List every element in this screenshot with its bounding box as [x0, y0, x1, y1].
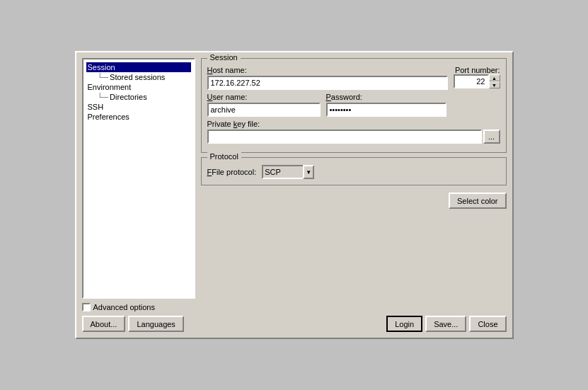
- tree-item-session-label: Session: [88, 63, 115, 71]
- port-spinner: ▲ ▼: [489, 74, 500, 88]
- protocol-row: FFile protocol: SCP SFTP FTP ▼: [207, 165, 500, 179]
- host-label: Host name:: [207, 66, 448, 74]
- bottom-area: Advanced options About... Languages Logi…: [82, 303, 507, 332]
- password-label: Password:: [326, 93, 446, 101]
- protocol-select-wrapper: SCP SFTP FTP ▼: [262, 165, 314, 179]
- login-button[interactable]: Login: [386, 316, 422, 332]
- tree-item-preferences-label: Preferences: [88, 113, 129, 121]
- port-input[interactable]: [454, 74, 489, 88]
- host-label-text: ost name:: [212, 66, 246, 74]
- main-dialog: Session └─Stored sessions Environment └─…: [75, 51, 514, 339]
- tree-connector: └─: [98, 73, 109, 81]
- browse-button[interactable]: ...: [483, 130, 500, 144]
- tree-item-session[interactable]: Session: [86, 62, 191, 72]
- right-panel: Session Host name: Port number:: [201, 58, 507, 299]
- private-key-label: Private key file:: [207, 120, 500, 128]
- tree-item-stored-sessions-label: Stored sessions: [110, 73, 165, 81]
- save-button[interactable]: Save...: [425, 316, 466, 332]
- tree-connector2: └─: [98, 93, 109, 101]
- credentials-row: User name: Password:: [207, 93, 500, 117]
- private-key-label-text2: ey file:: [237, 120, 260, 128]
- host-group: Host name:: [207, 66, 448, 90]
- private-key-row: Private key file: ...: [207, 120, 500, 144]
- password-u: P: [326, 93, 331, 101]
- username-group: User name:: [207, 93, 321, 117]
- tree-item-preferences[interactable]: Preferences: [86, 112, 191, 122]
- tree-panel: Session └─Stored sessions Environment └─…: [82, 58, 195, 299]
- session-legend: Session: [207, 53, 241, 62]
- private-key-label-text: Private: [207, 120, 234, 128]
- username-label: User name:: [207, 93, 321, 101]
- protocol-select[interactable]: SCP SFTP FTP: [262, 165, 304, 179]
- port-label: Port number:: [455, 66, 500, 74]
- protocol-select-arrow[interactable]: ▼: [303, 165, 314, 179]
- tree-item-directories-label: Directories: [110, 93, 147, 101]
- private-key-input-row: ...: [207, 130, 500, 144]
- buttons-left: About... Languages: [82, 316, 184, 332]
- protocol-legend: Protocol: [207, 152, 241, 161]
- password-input[interactable]: [326, 103, 446, 117]
- tree-item-ssh[interactable]: SSH: [86, 102, 191, 112]
- buttons-row: About... Languages Login Save... Close: [82, 316, 507, 332]
- file-protocol-label: FFile protocol:: [207, 168, 257, 176]
- tree-item-stored-sessions[interactable]: └─Stored sessions: [86, 72, 191, 82]
- tree-item-directories[interactable]: └─Directories: [86, 92, 191, 102]
- port-spin-down[interactable]: ▼: [489, 81, 500, 88]
- host-row: Host name: Port number: ▲ ▼: [207, 66, 500, 90]
- session-fieldset: Session Host name: Port number:: [201, 58, 507, 153]
- file-protocol-label-text: File protocol:: [212, 168, 256, 176]
- select-color-row: Select color: [201, 193, 507, 209]
- port-spin-up[interactable]: ▲: [489, 74, 500, 81]
- languages-button[interactable]: Languages: [128, 316, 183, 332]
- about-button[interactable]: About...: [82, 316, 126, 332]
- private-key-input[interactable]: [207, 130, 482, 144]
- advanced-options-checkbox[interactable]: [82, 303, 91, 311]
- password-label-text: assword:: [331, 93, 362, 101]
- username-input[interactable]: [207, 103, 321, 117]
- tree-item-environment-label: Environment: [88, 83, 132, 91]
- select-color-button[interactable]: Select color: [449, 193, 506, 209]
- protocol-fieldset: Protocol FFile protocol: SCP SFTP FTP ▼: [201, 157, 507, 185]
- advanced-row: Advanced options: [82, 303, 507, 311]
- port-wrapper: Port number: ▲ ▼: [454, 66, 500, 88]
- host-input[interactable]: [207, 76, 448, 90]
- password-group: Password:: [326, 93, 446, 117]
- private-key-group: Private key file: ...: [207, 120, 500, 144]
- username-label-text: ser name:: [212, 93, 247, 101]
- buttons-right: Login Save... Close: [386, 316, 506, 332]
- port-row: ▲ ▼: [454, 74, 500, 88]
- tree-item-ssh-label: SSH: [88, 103, 104, 111]
- tree-item-environment[interactable]: Environment: [86, 82, 191, 92]
- close-button[interactable]: Close: [469, 316, 506, 332]
- advanced-options-label: Advanced options: [93, 303, 155, 311]
